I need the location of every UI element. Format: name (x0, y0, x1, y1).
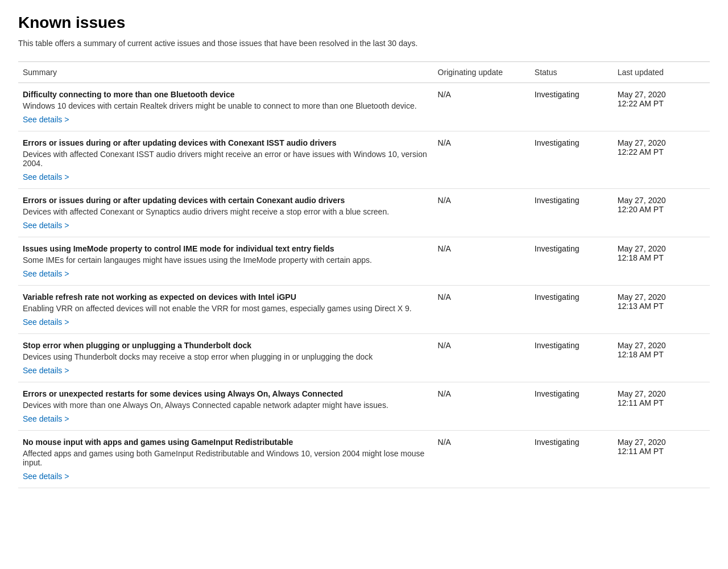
row-5-see-details-link[interactable]: See details > (23, 318, 69, 327)
row-3-summary-cell: Errors or issues during or after updatin… (18, 189, 433, 237)
row-3-last-updated: May 27, 2020 12:20 AM PT (613, 189, 710, 237)
row-3-title: Errors or issues during or after updatin… (23, 196, 429, 205)
row-6-see-details-link[interactable]: See details > (23, 366, 69, 375)
row-2-originating-update: N/A (433, 131, 530, 189)
row-8-status: Investigating (530, 431, 613, 488)
row-1-originating-update: N/A (433, 83, 530, 131)
row-6-title: Stop error when plugging or unplugging a… (23, 341, 429, 350)
row-1-summary-cell: Difficulty connecting to more than one B… (18, 83, 433, 131)
known-issues-table: Summary Originating update Status Last u… (18, 61, 710, 488)
row-2-summary-cell: Errors or issues during or after updatin… (18, 131, 433, 189)
page-title: Known issues (18, 14, 710, 32)
row-3-see-details-link[interactable]: See details > (23, 221, 69, 230)
row-7-description: Devices with more than one Always On, Al… (23, 401, 429, 410)
row-8-description: Affected apps and games using both GameI… (23, 449, 429, 467)
row-6-description: Devices using Thunderbolt docks may rece… (23, 352, 429, 361)
row-2-last-updated: May 27, 2020 12:22 AM PT (613, 131, 710, 189)
row-1-last-updated: May 27, 2020 12:22 AM PT (613, 83, 710, 131)
row-4-status: Investigating (530, 237, 613, 286)
row-8-title: No mouse input with apps and games using… (23, 438, 429, 447)
row-3-description: Devices with affected Conexant or Synapt… (23, 207, 429, 216)
row-6-status: Investigating (530, 334, 613, 382)
row-4-summary-cell: Issues using ImeMode property to control… (18, 237, 433, 286)
row-7-last-updated: May 27, 2020 12:11 AM PT (613, 382, 710, 431)
row-2-description: Devices with affected Conexant ISST audi… (23, 150, 429, 168)
row-4-last-updated: May 27, 2020 12:18 AM PT (613, 237, 710, 286)
col-header-status: Status (530, 62, 613, 83)
row-3-status: Investigating (530, 189, 613, 237)
table-row: Variable refresh rate not working as exp… (18, 286, 710, 334)
row-6-summary-cell: Stop error when plugging or unplugging a… (18, 334, 433, 382)
table-row: Errors or issues during or after updatin… (18, 189, 710, 237)
row-4-see-details-link[interactable]: See details > (23, 269, 69, 278)
row-8-last-updated: May 27, 2020 12:11 AM PT (613, 431, 710, 488)
row-4-description: Some IMEs for certain langauges might ha… (23, 255, 429, 265)
row-6-originating-update: N/A (433, 334, 530, 382)
table-row: Difficulty connecting to more than one B… (18, 83, 710, 131)
table-row: Errors or unexpected restarts for some d… (18, 382, 710, 431)
row-8-see-details-link[interactable]: See details > (23, 472, 69, 481)
row-7-summary-cell: Errors or unexpected restarts for some d… (18, 382, 433, 431)
row-1-status: Investigating (530, 83, 613, 131)
row-8-originating-update: N/A (433, 431, 530, 488)
row-5-description: Enabling VRR on affected devices will no… (23, 304, 429, 313)
col-header-lastupdated: Last updated (613, 62, 710, 83)
row-2-see-details-link[interactable]: See details > (23, 172, 69, 182)
page-subtitle: This table offers a summary of current a… (18, 39, 710, 48)
row-5-summary-cell: Variable refresh rate not working as exp… (18, 286, 433, 334)
row-5-title: Variable refresh rate not working as exp… (23, 292, 429, 302)
row-5-last-updated: May 27, 2020 12:13 AM PT (613, 286, 710, 334)
row-7-see-details-link[interactable]: See details > (23, 414, 69, 423)
row-5-originating-update: N/A (433, 286, 530, 334)
row-4-title: Issues using ImeMode property to control… (23, 244, 429, 253)
row-4-originating-update: N/A (433, 237, 530, 286)
row-1-title: Difficulty connecting to more than one B… (23, 90, 429, 99)
table-row: Stop error when plugging or unplugging a… (18, 334, 710, 382)
row-8-summary-cell: No mouse input with apps and games using… (18, 431, 433, 488)
col-header-summary: Summary (18, 62, 433, 83)
col-header-update: Originating update (433, 62, 530, 83)
row-6-last-updated: May 27, 2020 12:18 AM PT (613, 334, 710, 382)
table-row: No mouse input with apps and games using… (18, 431, 710, 488)
row-1-see-details-link[interactable]: See details > (23, 115, 69, 124)
table-row: Errors or issues during or after updatin… (18, 131, 710, 189)
row-7-originating-update: N/A (433, 382, 530, 431)
row-7-status: Investigating (530, 382, 613, 431)
row-3-originating-update: N/A (433, 189, 530, 237)
table-row: Issues using ImeMode property to control… (18, 237, 710, 286)
row-1-description: Windows 10 devices with certain Realtek … (23, 101, 429, 110)
row-7-title: Errors or unexpected restarts for some d… (23, 389, 429, 398)
row-5-status: Investigating (530, 286, 613, 334)
row-2-title: Errors or issues during or after updatin… (23, 138, 429, 147)
row-2-status: Investigating (530, 131, 613, 189)
